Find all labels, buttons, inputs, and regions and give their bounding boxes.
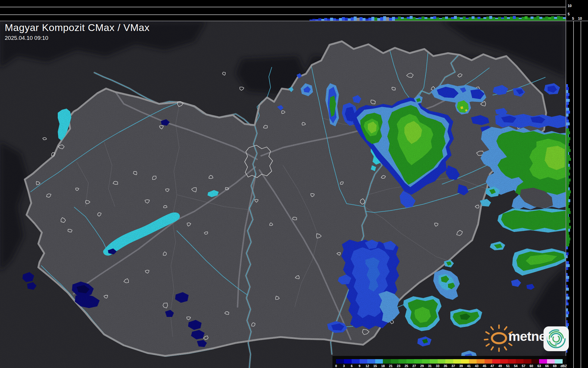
legend-label: 43 [473,364,481,368]
legend-label: 63 [535,364,543,368]
top-gridline-5km [0,14,566,15]
top-axis-label-5: 5 [568,12,570,16]
legend-cell [508,359,516,364]
legend-cell [453,359,461,364]
legend-cell [438,359,446,364]
legend-cell [445,359,453,364]
legend-label: 29 [418,364,426,368]
right-axis-label-5: 5 [572,17,574,20]
legend-label: 33 [434,364,442,368]
legend-cell [406,359,414,364]
right-gridline-10km [581,21,581,368]
map-right-separator [566,0,566,368]
legend-label: 60 [528,364,536,368]
legend-colorbar [336,359,563,364]
legend-label: 69 [551,364,559,368]
corner-separator [566,21,588,21]
legend-label: 54 [512,364,520,368]
legend-cell [352,359,360,364]
legend-label: 35 [442,364,449,368]
legend-label: 23 [395,364,403,368]
legend-cell [430,359,438,364]
brand-logo[interactable]: metnet [485,325,570,352]
legend-label: 31 [426,364,434,368]
legend-label: 41 [465,364,473,368]
legend-label: 21 [387,364,395,368]
legend-label: 37 [449,364,457,368]
legend-label: 49 [496,364,504,368]
legend-cell [516,359,524,364]
brand-wordmark: metnet [508,329,550,344]
legend-cell [360,359,368,364]
legend-label: 39 [457,364,465,368]
legend-cell [461,359,469,364]
legend-cell [477,359,485,364]
legend-cell [344,359,352,364]
legend-label: 0 [332,364,340,368]
legend-label: 3 [340,364,348,368]
legend-label: 6 [348,364,356,368]
timestamp: 2025.04.10 09:10 [5,35,48,41]
top-axis-label-10: 10 [568,4,571,8]
legend-cell [367,359,375,364]
legend-labels: 0369121518212325272931333537394143454749… [332,364,569,368]
legend-label: 66 [543,364,551,368]
legend-label: 27 [410,364,418,368]
legend-cell [469,359,477,364]
legend-cell [555,359,563,364]
legend-label: 45 [481,364,489,368]
legend-cell [492,359,500,364]
radar-map-canvas [0,0,588,368]
right-gridline-5km [573,21,574,368]
legend-cell [336,359,344,364]
radar-composite-page: Magyar Kompozit CMax / VMax 2025.04.10 0… [0,0,588,368]
legend-label: dBZ [559,364,569,368]
legend-cell [523,359,531,364]
top-gridline-10km [0,7,566,7]
legend-cell [391,359,399,364]
legend-label: 15 [371,364,379,368]
legend-label: 51 [504,364,512,368]
legend-cell [539,359,547,364]
legend-cell [375,359,383,364]
legend-cell [398,359,406,364]
legend-cell [531,359,539,364]
legend-cell [422,359,430,364]
terrain-noise-overlay [0,21,566,368]
legend-cell [383,359,391,364]
legend-cell [547,359,555,364]
map-top-separator [0,21,566,21]
legend-label: 9 [356,364,364,368]
legend-label: 57 [520,364,528,368]
page-title: Magyar Kompozit CMax / VMax [5,22,150,33]
legend-cell [500,359,508,364]
legend-label: 47 [488,364,496,368]
legend-cell [414,359,422,364]
legend-label: 25 [403,364,411,368]
legend-cell [485,359,493,364]
right-axis-label-10: 10 [578,17,582,20]
dbz-legend: 0369121518212325272931333537394143454749… [332,356,566,368]
legend-label: 12 [363,364,371,368]
legend-label: 18 [379,364,387,368]
